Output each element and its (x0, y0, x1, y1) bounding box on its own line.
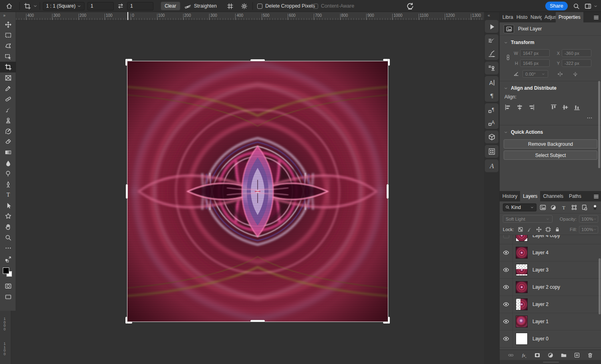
foreground-background-swatches[interactable] (0, 264, 16, 281)
layer-name[interactable]: Layer 2 copy (532, 284, 560, 290)
filter-adjust-filter-button[interactable] (550, 204, 557, 211)
layer-name[interactable]: Layer 3 (532, 267, 549, 273)
layer-row[interactable]: Layer 4 (500, 244, 601, 261)
delete-cropped-checkbox[interactable]: Delete Cropped Pixels (257, 0, 315, 12)
filter-smart-filter-button[interactable] (581, 204, 588, 211)
vertical-ruler[interactable]: 1 0 0 01 1 0 0 (0, 311, 11, 364)
tab-adjus[interactable]: Adjus (542, 12, 556, 22)
align-middle-v-button[interactable] (562, 104, 569, 111)
filter-image-filter-button[interactable] (540, 204, 546, 211)
actions-play-panel-button[interactable] (487, 22, 496, 31)
layer-thumbnail[interactable] (516, 298, 528, 310)
toolbar-collapse-button[interactable]: » (0, 12, 16, 19)
horizontal-ruler[interactable]: 4003002001000100200300400500600700800900… (16, 12, 484, 20)
threed-cube-panel-button[interactable] (487, 133, 496, 141)
layer-name[interactable]: Layer 2 (532, 302, 549, 307)
paragraph-styles-panel-button[interactable]: ¶ (487, 105, 496, 114)
filter-shape-filter-button[interactable] (571, 204, 577, 211)
tab-paths[interactable]: Paths (566, 191, 584, 201)
folder-button[interactable] (561, 352, 567, 358)
object-selection-tool[interactable] (0, 51, 16, 62)
layer-visibility-toggle[interactable] (500, 235, 513, 244)
pattern-preview-panel-button[interactable] (487, 147, 496, 156)
flip-horizontal-icon[interactable] (557, 71, 563, 77)
eraser-tool[interactable] (0, 137, 16, 147)
blur-tool[interactable] (0, 158, 16, 169)
gradient-tool[interactable] (0, 147, 16, 158)
crop-handle-top-right[interactable] (388, 59, 390, 66)
crop-handle-bottom[interactable] (250, 320, 265, 322)
crop-tool-button[interactable] (24, 0, 31, 12)
align-center-h-button[interactable] (516, 104, 523, 111)
layers-scrollbar[interactable] (599, 258, 601, 314)
rectangular-marquee-tool[interactable] (0, 30, 16, 41)
swap-dimensions-button[interactable] (117, 0, 124, 12)
zoom-tool[interactable] (0, 232, 16, 243)
tab-histo[interactable]: Histo (514, 12, 528, 22)
layer-thumbnail[interactable] (516, 333, 528, 345)
crop-handle-left[interactable] (126, 184, 128, 199)
workspace-button[interactable] (585, 0, 598, 12)
foreground-color-swatch[interactable] (3, 267, 9, 274)
clone-source-panel-button[interactable] (487, 64, 496, 72)
brushes-panel-button[interactable] (487, 49, 496, 58)
layer-visibility-toggle[interactable] (500, 296, 513, 313)
flip-vertical-icon[interactable] (572, 71, 579, 77)
custom-shape-tool[interactable] (0, 211, 16, 222)
brush-settings-panel-button[interactable] (487, 36, 496, 45)
layer-row[interactable]: Layer 2 (500, 296, 601, 313)
panel-menu-icon[interactable] (593, 193, 599, 199)
lock-move-button[interactable] (536, 227, 542, 232)
search-button[interactable] (573, 0, 580, 12)
hand-tool[interactable] (0, 221, 16, 232)
clone-stamp-tool[interactable] (0, 115, 16, 126)
align-section-header[interactable]: Align and Distribute (500, 81, 601, 93)
eyedropper-tool[interactable] (0, 83, 16, 94)
layer-name[interactable]: Layer 0 (532, 336, 549, 342)
lock-lock-checker-button[interactable] (518, 227, 523, 232)
history-brush-tool[interactable] (0, 126, 16, 137)
layer-name[interactable]: Layer 4 copy (532, 235, 560, 238)
document-canvas[interactable] (127, 61, 388, 322)
panel-menu-icon[interactable] (593, 14, 599, 20)
layer-name[interactable]: Layer 4 (532, 250, 549, 255)
more-tools-tool[interactable] (0, 243, 16, 253)
remove-background-button[interactable]: Remove Background (504, 139, 597, 149)
layer-visibility-toggle[interactable] (500, 279, 513, 296)
crop-height-input[interactable]: 1 (127, 2, 153, 10)
dodge-tool[interactable] (0, 168, 16, 179)
layer-row[interactable]: Layer 3 (500, 261, 601, 279)
layer-row[interactable]: Layer 2 copy (500, 279, 601, 296)
lock-lock-artboard-button[interactable] (545, 227, 551, 232)
crop-tool[interactable] (0, 62, 16, 72)
move-tool[interactable] (0, 19, 16, 30)
layer-row[interactable]: Layer 4 copy (500, 235, 601, 244)
character-styles-panel-button[interactable]: A (487, 118, 496, 127)
layer-thumbnail[interactable] (516, 235, 528, 241)
tab-history[interactable]: History (500, 191, 520, 201)
toggle-filter-button[interactable] (592, 204, 598, 211)
tab-layers[interactable]: Layers (520, 191, 540, 201)
straighten-button[interactable]: Straighten (184, 0, 217, 12)
link-dimensions-icon[interactable] (505, 54, 511, 60)
align-top-button[interactable] (550, 104, 557, 111)
tab-navig[interactable]: Navig (528, 12, 542, 22)
layer-row[interactable]: Layer 1 (500, 313, 601, 330)
lock-lock-lock-button[interactable] (555, 227, 560, 232)
lock-brush-button[interactable] (527, 227, 532, 232)
new-layer-button[interactable] (574, 352, 580, 358)
layer-row[interactable]: Layer 0 (500, 330, 601, 348)
spot-healing-tool[interactable] (0, 94, 16, 105)
crop-handle-right[interactable] (387, 184, 389, 199)
tab-channels[interactable]: Channels (540, 191, 566, 201)
crop-handle-bottom-right[interactable] (388, 317, 390, 324)
quick-actions-header[interactable]: Quick Actions (500, 125, 601, 137)
reset-crop-button[interactable] (406, 0, 414, 12)
tab-properties[interactable]: Properties (556, 12, 583, 22)
crop-handle-top-left[interactable] (125, 59, 127, 66)
align-left-button[interactable] (504, 104, 512, 111)
share-button[interactable]: Share (545, 2, 568, 10)
layer-visibility-toggle[interactable] (500, 313, 513, 330)
layer-thumbnail[interactable] (516, 264, 528, 276)
pen-tool[interactable] (0, 179, 16, 190)
